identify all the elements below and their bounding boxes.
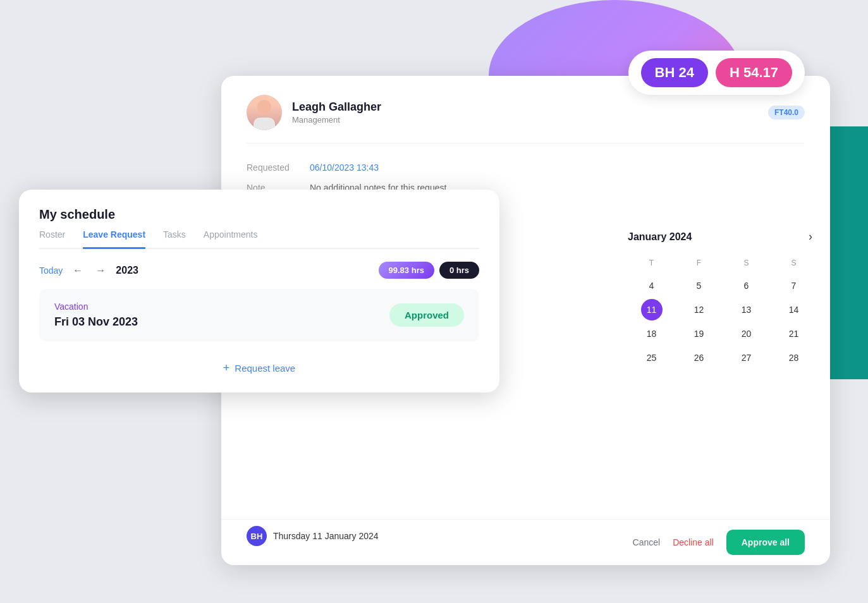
calendar-header: January 2024 › <box>628 228 817 246</box>
cal-header-f: F <box>675 256 723 270</box>
cal-week-1: 4 5 6 7 <box>628 275 817 296</box>
cal-header-s1: S <box>723 256 770 270</box>
hours-pill: 99.83 hrs <box>379 262 434 279</box>
calendar-next-button[interactable]: › <box>804 228 817 246</box>
cal-day-26[interactable]: 26 <box>688 347 710 368</box>
cal-day-6[interactable]: 6 <box>736 275 757 296</box>
requested-label: Requested <box>247 162 310 173</box>
ft-badge: FT40.0 <box>768 106 805 119</box>
cal-week-3: 18 19 20 21 <box>628 323 817 344</box>
calendar-weeks: 4 5 6 7 11 12 13 14 18 19 20 21 <box>628 275 817 368</box>
cal-header-s2: S <box>770 256 817 270</box>
calendar-day-headers: T F S S <box>628 256 817 270</box>
cal-week-2: 11 12 13 14 <box>628 299 817 320</box>
cal-day-4[interactable]: 4 <box>641 275 663 296</box>
zero-pill: 0 hrs <box>439 262 479 279</box>
today-button[interactable]: Today <box>39 265 63 276</box>
employee-dept: Management <box>292 115 758 125</box>
cal-header-t: T <box>628 256 675 270</box>
year-text: 2023 <box>116 265 138 276</box>
cal-day-28[interactable]: 28 <box>783 347 805 368</box>
employee-header: Leagh Gallagher Management FT40.0 <box>247 95 805 143</box>
leave-type: Vacation <box>54 302 138 312</box>
cal-day-5[interactable]: 5 <box>688 275 710 296</box>
cal-day-20[interactable]: 20 <box>736 323 757 344</box>
calendar-grid: T F S S 4 5 6 7 11 12 13 14 <box>628 256 817 368</box>
employee-info: Leagh Gallagher Management <box>292 100 758 125</box>
stats-pill: BH 24 H 54.17 <box>628 51 805 95</box>
tab-leave-request[interactable]: Leave Request <box>83 222 145 249</box>
nav-bar: Today ← → 2023 99.83 hrs 0 hrs <box>39 262 479 279</box>
nav-prev-button[interactable]: ← <box>70 262 85 279</box>
tab-tasks[interactable]: Tasks <box>163 222 186 249</box>
schedule-header-row: My schedule <box>39 207 479 222</box>
calendar-section: January 2024 › T F S S 4 5 6 7 11 12 <box>615 215 830 381</box>
my-schedule-card: My schedule Roster Leave Request Tasks A… <box>19 190 499 393</box>
request-leave-row[interactable]: + Request leave <box>39 351 479 377</box>
requested-row: Requested 06/10/2023 13:43 <box>247 162 805 173</box>
cal-day-21[interactable]: 21 <box>783 323 805 344</box>
cal-week-4: 25 26 27 28 <box>628 347 817 368</box>
approved-badge: Approved <box>389 303 464 327</box>
cal-day-13[interactable]: 13 <box>736 299 757 320</box>
nav-left: Today ← → 2023 <box>39 262 138 279</box>
avatar <box>247 95 282 130</box>
nav-next-button[interactable]: → <box>93 262 108 279</box>
requested-value: 06/10/2023 13:43 <box>310 162 379 173</box>
cal-day-11[interactable]: 11 <box>641 299 663 320</box>
request-leave-label: Request leave <box>235 363 295 374</box>
plus-icon: + <box>223 362 230 375</box>
bottom-action-bar: Cancel Decline all Approve all <box>221 519 830 565</box>
cal-day-12[interactable]: 12 <box>688 299 710 320</box>
calendar-title: January 2024 <box>628 231 692 243</box>
cal-day-19[interactable]: 19 <box>688 323 710 344</box>
tab-appointments[interactable]: Appointments <box>204 222 258 249</box>
cal-day-25[interactable]: 25 <box>641 347 663 368</box>
cal-day-7[interactable]: 7 <box>783 275 805 296</box>
leave-item-card: Vacation Fri 03 Nov 2023 Approved <box>39 289 479 341</box>
cal-day-18[interactable]: 18 <box>641 323 663 344</box>
decline-all-button[interactable]: Decline all <box>673 537 714 547</box>
schedule-tabs: Roster Leave Request Tasks Appointments <box>39 222 479 249</box>
cal-day-14[interactable]: 14 <box>783 299 805 320</box>
leave-item-info: Vacation Fri 03 Nov 2023 <box>54 302 138 329</box>
schedule-title: My schedule <box>39 207 115 222</box>
cancel-button[interactable]: Cancel <box>633 537 661 547</box>
nav-pills: 99.83 hrs 0 hrs <box>379 262 479 279</box>
cal-day-27[interactable]: 27 <box>736 347 757 368</box>
approve-all-button[interactable]: Approve all <box>726 530 805 555</box>
h-badge: H 54.17 <box>716 58 792 87</box>
leave-date: Fri 03 Nov 2023 <box>54 315 138 329</box>
bh-badge: BH 24 <box>641 58 708 87</box>
employee-name: Leagh Gallagher <box>292 100 758 114</box>
tab-roster[interactable]: Roster <box>39 222 65 249</box>
